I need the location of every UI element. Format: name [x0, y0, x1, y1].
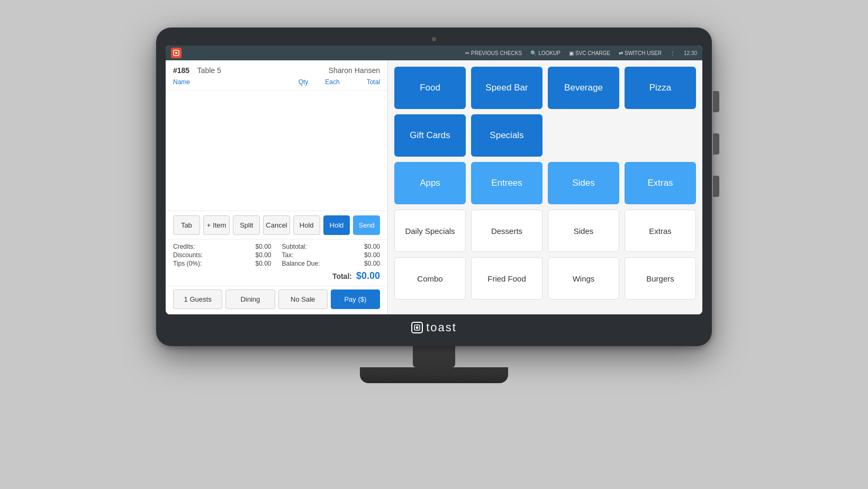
menu-desserts-btn[interactable]: Desserts	[471, 210, 542, 252]
main-content: #185 Table 5 Sharon Hansen Name Qty Each…	[166, 60, 702, 314]
pay-button[interactable]: Pay ($)	[331, 289, 380, 309]
order-title-row: #185 Table 5 Sharon Hansen	[173, 66, 380, 75]
discounts-value: $0.00	[255, 251, 271, 259]
status-bar-right: ✏ PREVIOUS CHECKS 🔍 LOOKUP ▣ SVC CHARGE …	[465, 50, 697, 56]
scene: ✏ PREVIOUS CHECKS 🔍 LOOKUP ▣ SVC CHARGE …	[143, 28, 725, 461]
credits-value: $0.00	[255, 243, 271, 250]
menu-food-btn[interactable]: Food	[394, 67, 466, 109]
totals-row: Credits: $0.00 Discounts: $0.00 Tips (0%…	[173, 243, 380, 268]
menu-burgers-btn[interactable]: Burgers	[625, 257, 696, 300]
balance-value: $0.00	[364, 260, 380, 267]
side-button-power[interactable]	[713, 176, 719, 197]
order-table: Table 5	[197, 66, 221, 75]
dining-button[interactable]: Dining	[225, 289, 275, 309]
tax-label: Tax:	[282, 251, 294, 259]
search-icon: 🔍	[530, 50, 537, 56]
order-panel: #185 Table 5 Sharon Hansen Name Qty Each…	[166, 60, 388, 314]
menu-beverage-btn[interactable]: Beverage	[548, 67, 619, 109]
total-value: $0.00	[356, 270, 380, 282]
menu-row-2: Gift Cards Specials	[394, 114, 696, 157]
menu-fried-food-btn[interactable]: Fried Food	[471, 257, 542, 300]
action-buttons: Tab + Item Split Cancel Hold Hold Send	[166, 211, 387, 239]
col-qty-header: Qty	[290, 78, 317, 86]
menu-gift-cards-btn[interactable]: Gift Cards	[394, 114, 466, 157]
stand-neck	[413, 346, 455, 367]
tips-line: Tips (0%): $0.00	[173, 260, 272, 267]
order-header: #185 Table 5 Sharon Hansen Name Qty Each…	[166, 60, 387, 90]
totals-section: Credits: $0.00 Discounts: $0.00 Tips (0%…	[166, 239, 387, 286]
menu-entrees-btn[interactable]: Entrees	[471, 162, 542, 204]
device: ✏ PREVIOUS CHECKS 🔍 LOOKUP ▣ SVC CHARGE …	[156, 28, 712, 346]
order-server: Sharon Hansen	[329, 66, 380, 75]
lookup-btn[interactable]: 🔍 LOOKUP	[530, 50, 560, 56]
menu-extras-blue-btn[interactable]: Extras	[625, 162, 696, 204]
menu-pizza-btn[interactable]: Pizza	[625, 67, 696, 109]
split-button[interactable]: Split	[233, 215, 260, 235]
totals-left: Credits: $0.00 Discounts: $0.00 Tips (0%…	[173, 243, 272, 268]
credits-label: Credits:	[173, 243, 195, 250]
more-btn[interactable]: ⋮	[670, 50, 675, 56]
time-display: 12:30	[684, 50, 697, 56]
tips-label: Tips (0%):	[173, 260, 202, 267]
toast-brand: toast	[166, 321, 702, 334]
menu-row-5: Combo Fried Food Wings Burgers	[394, 257, 696, 300]
svg-point-3	[416, 327, 419, 329]
order-info: #185 Table 5	[173, 66, 221, 75]
no-sale-button[interactable]: No Sale	[278, 289, 328, 309]
edit-icon: ✏	[465, 50, 469, 56]
card-icon: ▣	[569, 50, 574, 56]
hold-blue-button[interactable]: Hold	[323, 215, 350, 235]
tax-line: Tax: $0.00	[282, 251, 381, 259]
menu-wings-btn[interactable]: Wings	[548, 257, 619, 300]
menu-sides-blue-btn[interactable]: Sides	[548, 162, 619, 204]
side-button-volume-up[interactable]	[713, 91, 719, 112]
menu-combo-btn[interactable]: Combo	[394, 257, 466, 300]
menu-row-4: Daily Specials Desserts Sides Extras	[394, 210, 696, 252]
screen: ✏ PREVIOUS CHECKS 🔍 LOOKUP ▣ SVC CHARGE …	[166, 46, 702, 314]
guests-button[interactable]: 1 Guests	[173, 289, 222, 309]
subtotal-value: $0.00	[364, 243, 380, 250]
status-bar: ✏ PREVIOUS CHECKS 🔍 LOOKUP ▣ SVC CHARGE …	[166, 46, 702, 60]
balance-label: Balance Due:	[282, 260, 320, 267]
discounts-line: Discounts: $0.00	[173, 251, 272, 259]
cancel-button[interactable]: Cancel	[263, 215, 290, 235]
order-number: #185	[173, 66, 189, 75]
balance-line: Balance Due: $0.00	[282, 260, 381, 267]
order-columns: Name Qty Each Total	[173, 77, 380, 87]
menu-empty-2	[625, 114, 696, 157]
tips-value: $0.00	[255, 260, 271, 267]
svg-point-1	[175, 52, 177, 54]
switch-icon: ⇄	[619, 50, 623, 56]
toast-brand-icon	[411, 322, 423, 333]
add-item-button[interactable]: + Item	[203, 215, 230, 235]
switch-user-btn[interactable]: ⇄ SWITCH USER	[619, 50, 662, 56]
side-button-volume-down[interactable]	[713, 133, 719, 155]
stand-base	[360, 367, 508, 383]
credits-line: Credits: $0.00	[173, 243, 272, 250]
bottom-buttons: 1 Guests Dining No Sale Pay ($)	[166, 286, 387, 314]
menu-row-1: Food Speed Bar Beverage Pizza	[394, 67, 696, 109]
menu-specials-btn[interactable]: Specials	[471, 114, 542, 157]
tab-button[interactable]: Tab	[173, 215, 200, 235]
status-bar-left	[171, 48, 182, 58]
menu-sides-btn[interactable]: Sides	[548, 210, 619, 252]
menu-empty-1	[548, 114, 619, 157]
previous-checks-btn[interactable]: ✏ PREVIOUS CHECKS	[465, 50, 522, 56]
col-name-header: Name	[173, 78, 290, 86]
totals-right: Subtotal: $0.00 Tax: $0.00 Balance Due: …	[282, 243, 381, 268]
subtotal-label: Subtotal:	[282, 243, 307, 250]
menu-extras-btn[interactable]: Extras	[625, 210, 696, 252]
menu-speed-bar-btn[interactable]: Speed Bar	[471, 67, 542, 109]
send-button[interactable]: Send	[353, 215, 380, 235]
svc-charge-btn[interactable]: ▣ SVC CHARGE	[569, 50, 610, 56]
toast-app-icon	[171, 48, 182, 58]
menu-row-3: Apps Entrees Sides Extras	[394, 162, 696, 204]
total-final: Total: $0.00	[173, 270, 380, 282]
menu-daily-specials-btn[interactable]: Daily Specials	[394, 210, 466, 252]
col-each-header: Each	[317, 78, 348, 86]
total-label: Total:	[332, 272, 352, 280]
discounts-label: Discounts:	[173, 251, 203, 259]
more-icon: ⋮	[670, 50, 675, 56]
hold-button[interactable]: Hold	[293, 215, 320, 235]
menu-apps-btn[interactable]: Apps	[394, 162, 466, 204]
